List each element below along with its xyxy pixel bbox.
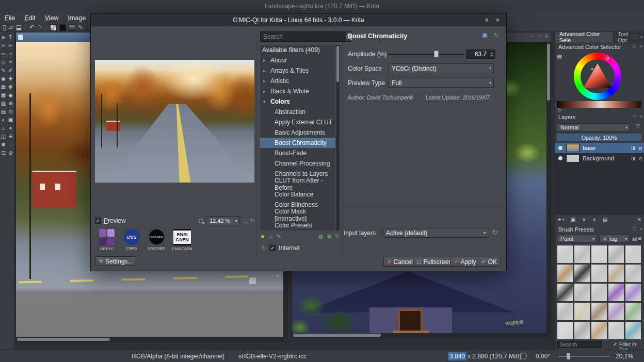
image-dimensions-label[interactable]: x 2.880 (120,7 MiB) [468, 353, 522, 360]
chevron-down-icon[interactable]: ▾ [263, 99, 268, 104]
brush-preset[interactable] [557, 264, 573, 283]
layer-row-background[interactable]: Background ◨ α [555, 153, 644, 163]
canvas-hscrollbar[interactable] [292, 333, 548, 337]
brush-preset[interactable] [574, 321, 590, 340]
tool-icon[interactable]: ▦ [0, 83, 7, 91]
gradient-swatch[interactable] [69, 24, 75, 31]
tool-icon[interactable]: ✐ [7, 67, 14, 74]
tab-advanced-color-selector[interactable]: Advanced Color Sele... [555, 32, 614, 42]
open-document-icon[interactable]: ▱ [9, 24, 13, 31]
menu-view[interactable]: View [40, 13, 63, 23]
pane-splitter[interactable] [256, 29, 257, 259]
save-document-icon[interactable]: ⬓ [16, 24, 22, 31]
gmic-titlebar[interactable]: G'MIC-Qt for Krita - Linux 64 bits - 3.0… [91, 14, 506, 26]
brush-preset[interactable] [608, 283, 624, 302]
brush-preset[interactable] [557, 283, 573, 302]
brush-preset[interactable] [608, 321, 624, 340]
scrollbar-thumb[interactable] [293, 334, 381, 337]
filter-channel-processing[interactable]: Channel Processing [260, 158, 335, 169]
tool-icon[interactable]: ⊙ [7, 108, 14, 116]
brush-preset[interactable] [557, 321, 573, 340]
settings-button[interactable]: ⚒ Settings... [95, 256, 136, 266]
copy-command-icon[interactable]: ▣ [482, 31, 488, 39]
search-input[interactable] [260, 31, 346, 42]
amplitude-slider[interactable] [388, 50, 463, 58]
tool-icon[interactable]: ⊕ [7, 100, 14, 107]
new-document-icon[interactable]: ▯ [3, 24, 6, 31]
zoom-slider-handle[interactable] [567, 353, 570, 359]
menu-file[interactable]: File [0, 13, 20, 23]
tool-icon[interactable]: ◆ [7, 91, 14, 99]
blend-mode-dropdown[interactable]: Normal ▾ [557, 123, 630, 131]
gmic-preview-image[interactable] [95, 60, 254, 183]
close-icon[interactable]: × [495, 16, 500, 24]
filter-list-scrollbar[interactable] [336, 45, 340, 231]
layer-name[interactable]: base [583, 145, 595, 151]
tool-icon[interactable]: T [7, 34, 14, 41]
brush-editor-icon[interactable]: ✎ [78, 24, 83, 31]
canvas-rotation-icon[interactable] [520, 353, 527, 359]
layer-name[interactable]: Background [583, 155, 614, 161]
float-docker-icon[interactable]: □ [634, 35, 636, 40]
zoom-slider[interactable] [558, 356, 610, 357]
reset-zoom-icon[interactable]: ↻ [250, 217, 255, 224]
tool-icon[interactable]: ✂ [0, 42, 7, 50]
chevron-right-icon[interactable]: ▸ [263, 78, 268, 84]
amplitude-value[interactable]: 63.7 ▴▾ [466, 50, 495, 59]
float-docker-icon[interactable]: □ [633, 44, 636, 49]
tool-icon[interactable]: ✥ [7, 83, 14, 91]
refresh-input-layers-icon[interactable]: ↻ [492, 228, 498, 236]
cancel-button[interactable]: ✘ Cancel [383, 257, 416, 267]
chevron-right-icon[interactable]: ▸ [263, 58, 268, 63]
page-curl-icon[interactable] [249, 277, 256, 284]
pattern-swatch[interactable] [50, 24, 57, 31]
move-layer-up-button[interactable]: ∧ [592, 217, 596, 222]
docker-menu-icon[interactable]: ≡ [638, 236, 641, 241]
tool-icon[interactable]: ⊡ [0, 149, 7, 157]
shade-window-icon[interactable]: ∧ [485, 17, 489, 23]
add-layer-caret-icon[interactable]: ▾ [562, 218, 565, 222]
reset-filter-icon[interactable]: ↻ [494, 31, 499, 39]
preview-checkbox[interactable]: ✓ [95, 218, 101, 224]
rename-fave-icon[interactable]: ✎ [277, 233, 281, 240]
minimize-icon[interactable]: – [530, 34, 533, 39]
download-filters-icon[interactable]: ▣ [326, 233, 331, 240]
brush-engine-dropdown[interactable]: Paint ▾ [557, 235, 597, 243]
internet-globe-icon[interactable]: ◍ [318, 233, 324, 240]
undo-icon[interactable]: ↶ [29, 24, 35, 31]
filter-clut-from-after-before[interactable]: CLUT from After - Before [260, 179, 335, 189]
hue-marker[interactable] [606, 57, 609, 60]
brush-preset[interactable] [608, 245, 624, 264]
canvas-hscrollbar[interactable] [16, 337, 284, 341]
advanced-color-selector[interactable]: ▦ [555, 52, 644, 113]
internet-checkbox[interactable]: ✓ [269, 245, 276, 251]
move-layer-down-button[interactable]: ∨ [582, 217, 586, 222]
filter-apply-external-clut[interactable]: Apply External CLUT [260, 117, 335, 127]
canvas-vscrollbar[interactable] [546, 42, 551, 334]
brush-preset[interactable] [625, 283, 641, 302]
apply-button[interactable]: ✔ Apply [450, 257, 479, 267]
brush-preset[interactable] [625, 245, 641, 264]
remove-fave-icon[interactable]: ☆ [268, 233, 273, 240]
brush-preset[interactable] [557, 245, 573, 264]
filter-colors[interactable]: ▾Colors [260, 96, 335, 107]
tool-icon[interactable]: ◉ [0, 75, 7, 83]
brush-preset[interactable] [625, 302, 641, 321]
delete-layer-button[interactable]: ✕ [637, 217, 641, 222]
add-fave-icon[interactable]: ★ [260, 233, 265, 240]
float-docker-icon[interactable]: □ [633, 114, 636, 119]
layer-thumbnail[interactable] [566, 154, 579, 162]
menu-edit[interactable]: Edit [20, 13, 40, 23]
input-layers-dropdown[interactable]: Active (default) ▾ [382, 228, 488, 238]
tool-icon[interactable]: ✎ [0, 67, 7, 74]
chevron-right-icon[interactable]: ▸ [263, 89, 268, 94]
brush-preset[interactable] [625, 264, 641, 283]
close-docker-icon[interactable]: × [640, 44, 642, 49]
zoom-out-icon[interactable] [199, 219, 203, 223]
tool-icon[interactable]: ⊘ [7, 149, 14, 157]
fullscreen-button[interactable]: ▢ Fullscreen [413, 257, 456, 267]
brush-preset[interactable] [608, 302, 624, 321]
scrollbar-thumb[interactable] [17, 338, 110, 341]
brush-preset[interactable] [574, 264, 590, 283]
zoom-in-icon[interactable] [243, 219, 247, 223]
